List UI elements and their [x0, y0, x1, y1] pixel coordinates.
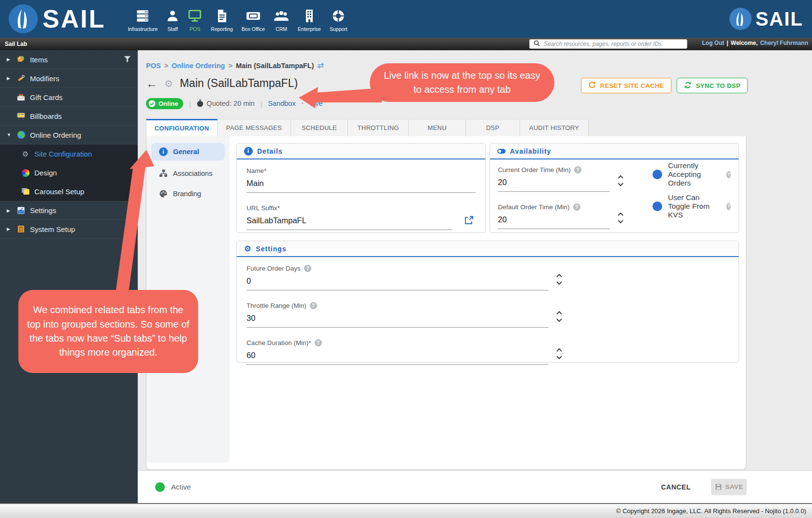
future-order-days-field: Future Order Days ? 0	[246, 265, 563, 290]
currently-accepting-orders-toggle[interactable]	[643, 170, 662, 179]
org-name: Sail Lab	[5, 41, 27, 47]
nav-pos[interactable]: POS	[188, 9, 202, 32]
tab-throttling[interactable]: THROTTLING	[348, 119, 409, 136]
sidebar-item-modifiers[interactable]: ▶ Modifiers	[0, 69, 138, 88]
breadcrumb-pos[interactable]: POS	[146, 62, 161, 70]
back-arrow-icon[interactable]: ←	[146, 78, 158, 89]
availability-panel-header: Availability	[490, 144, 739, 159]
throttle-range-field: Throttle Range (Min) ? 30	[246, 302, 563, 328]
tab-audit-history[interactable]: AUDIT HISTORY	[520, 119, 589, 136]
subtab-general[interactable]: i General	[151, 143, 225, 160]
sidebar-item-carousel-setup[interactable]: Carousel Setup	[0, 182, 138, 201]
nav-staff[interactable]: Staff	[166, 9, 179, 32]
settings-panel: ⚙ Settings Future Order Days ? 0	[236, 241, 739, 362]
user-can-toggle-kvs-toggle[interactable]	[643, 201, 662, 211]
search-icon	[534, 40, 540, 48]
sidebar-item-gift-cards[interactable]: Gift Cards	[0, 88, 138, 107]
caret-down-icon[interactable]: ▼	[7, 132, 12, 137]
help-icon[interactable]: ?	[315, 339, 322, 346]
number-stepper[interactable]	[555, 310, 563, 325]
nav-infrastructure[interactable]: Infrastructure	[128, 9, 158, 32]
footer-bar: © Copyright 2026 Ingage, LLC. All Rights…	[0, 503, 812, 518]
sidebar-item-settings[interactable]: ▶ Settings	[0, 201, 138, 220]
filter-icon[interactable]	[124, 56, 131, 64]
user-can-toggle-kvs-row: User Can Toggle From KVS ?	[643, 198, 731, 215]
swap-icon[interactable]: ⇄	[318, 61, 324, 70]
sidebar-item-design[interactable]: Design	[0, 163, 138, 182]
caret-right-icon[interactable]: ▶	[7, 57, 12, 62]
gear-icon: ⚙	[21, 150, 29, 158]
user-name-link[interactable]: Cheryl Fuhrmann	[760, 40, 808, 46]
subtab-associations[interactable]: Associations	[146, 163, 230, 184]
help-icon[interactable]: ?	[726, 171, 731, 178]
tab-configuration[interactable]: CONFIGURATION	[146, 119, 218, 136]
default-order-time-input[interactable]: 20	[498, 215, 610, 229]
help-icon[interactable]: ?	[574, 166, 581, 173]
nav-support[interactable]: Support	[330, 9, 348, 32]
external-link-icon[interactable]	[464, 216, 474, 227]
cache-duration-input[interactable]: 60	[246, 351, 549, 365]
tab-label: DSP	[486, 124, 500, 131]
tab-page-messages[interactable]: PAGE MESSAGES	[218, 119, 291, 136]
name-field-input[interactable]: Main	[246, 179, 476, 193]
subtab-label: Branding	[173, 190, 201, 198]
help-icon[interactable]: ?	[726, 203, 731, 210]
cancel-button[interactable]: CANCEL	[661, 483, 691, 491]
help-icon[interactable]: ?	[310, 302, 317, 309]
url-suffix-field: URL Suffix* SailLabTampaFL	[246, 204, 476, 230]
live-link[interactable]: Live	[310, 100, 323, 107]
gear-icon: ⚙	[244, 245, 251, 253]
sail-logo[interactable]: SAIL	[9, 4, 105, 33]
tab-menu[interactable]: MENU	[409, 119, 466, 136]
sidebar-item-system-setup[interactable]: ▶ System Setup	[0, 220, 138, 239]
help-icon[interactable]: ?	[573, 203, 580, 211]
save-button[interactable]: SAVE	[711, 479, 747, 495]
sidebar-item-label: Settings	[30, 206, 56, 215]
sail-logo-icon	[729, 8, 752, 30]
help-icon[interactable]: ?	[304, 265, 311, 272]
nav-box-office[interactable]: Box Office	[242, 9, 265, 32]
sidebar-item-online-ordering[interactable]: ▼ Online Ordering	[0, 126, 138, 144]
number-stepper[interactable]	[617, 211, 624, 227]
sidebar-item-billboards[interactable]: Billboards	[0, 107, 138, 126]
number-stepper[interactable]	[617, 174, 624, 189]
future-order-days-input[interactable]: 0	[246, 276, 549, 290]
toggle-icon	[497, 149, 506, 154]
number-stepper[interactable]	[555, 273, 563, 288]
sandbox-link[interactable]: Sandbox	[268, 100, 295, 107]
caret-right-icon[interactable]: ▶	[7, 227, 12, 231]
logout-link[interactable]: Log Out	[702, 40, 724, 46]
nav-label: Infrastructure	[128, 26, 158, 32]
current-order-time-input[interactable]: 20	[498, 178, 610, 192]
breadcrumb-online-ordering[interactable]: Online Ordering	[172, 62, 225, 70]
settings-panel-header: ⚙ Settings	[237, 241, 739, 257]
tab-label: CONFIGURATION	[155, 125, 209, 132]
caret-right-icon[interactable]: ▶	[7, 76, 12, 81]
caret-right-icon[interactable]: ▶	[7, 208, 12, 213]
ticket-icon	[246, 9, 261, 25]
nav-enterprise[interactable]: Enterprise	[298, 9, 321, 32]
reset-site-cache-button[interactable]: RESET SITE CACHE	[581, 78, 671, 93]
cache-duration-field: Cache Duration (Min)* ? 60	[246, 339, 563, 365]
nav-crm[interactable]: CRM	[274, 9, 289, 32]
active-toggle[interactable]	[145, 482, 165, 492]
nav-label: Reporting	[211, 26, 233, 32]
palette-icon	[159, 189, 168, 198]
sidebar-item-site-configuration[interactable]: ⚙ Site Configuration	[0, 144, 138, 163]
subtab-branding[interactable]: Branding	[146, 184, 230, 204]
callout-text: We combined related tabs from the top in…	[27, 303, 189, 360]
number-stepper[interactable]	[555, 347, 563, 362]
tab-schedule[interactable]: SCHEDULE	[291, 119, 348, 136]
nav-reporting[interactable]: Reporting	[211, 9, 233, 32]
tab-dsp[interactable]: DSP	[466, 119, 520, 136]
search-input[interactable]	[544, 41, 683, 47]
current-order-time-label: Current Order Time (Min)	[498, 166, 571, 173]
throttle-range-input[interactable]: 30	[246, 314, 549, 328]
url-suffix-input[interactable]: SailLabTampaFL	[246, 216, 452, 230]
tab-label: SCHEDULE	[302, 124, 337, 131]
sidebar-item-items[interactable]: ▶ Items	[0, 50, 138, 69]
sync-to-dsp-button[interactable]: SYNC TO DSP	[677, 78, 748, 93]
sail-logo-right: SAIL	[729, 8, 803, 30]
people-icon	[274, 9, 289, 25]
color-wheel-icon	[21, 169, 29, 177]
